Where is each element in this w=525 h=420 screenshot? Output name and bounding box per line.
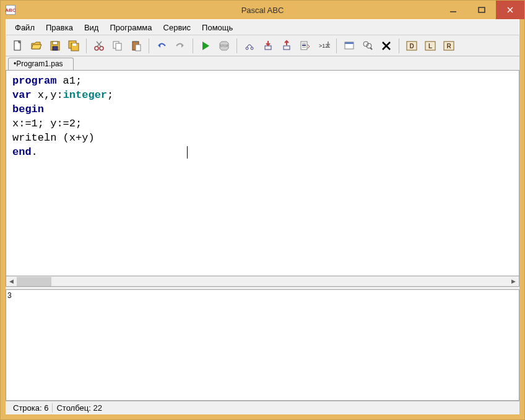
close-button[interactable]	[496, 1, 524, 19]
save-button[interactable]	[46, 37, 64, 55]
titlebar: ABC Pascal ABC	[1, 1, 524, 19]
run-button[interactable]	[197, 37, 214, 55]
toolbar-separator	[193, 38, 193, 53]
open-folder-icon	[30, 40, 43, 52]
menu-service[interactable]: Сервис	[158, 21, 196, 34]
breakpoint-button[interactable]	[297, 37, 314, 55]
open-file-button[interactable]	[28, 37, 45, 55]
paste-button[interactable]	[128, 37, 145, 55]
tool-d-icon: D	[406, 40, 418, 52]
minimize-button[interactable]	[439, 1, 467, 19]
window-button[interactable]	[341, 37, 358, 55]
menu-edit[interactable]: Правка	[41, 21, 78, 34]
undo-icon	[155, 40, 168, 52]
step-into-icon	[262, 40, 274, 52]
svg-rect-10	[72, 43, 76, 46]
close-x-icon	[380, 40, 393, 52]
window-icon	[343, 40, 355, 52]
step-into-button[interactable]	[259, 37, 277, 55]
toolbar-separator	[399, 38, 399, 53]
scroll-right-button[interactable]: ▶	[508, 277, 519, 286]
tool-r-button[interactable]: R	[440, 37, 458, 55]
svg-rect-6	[53, 42, 58, 45]
run-icon	[199, 40, 212, 52]
status-column: Столбец: 22	[53, 403, 105, 413]
file-tab[interactable]: •Program1.pas	[8, 58, 74, 70]
menu-help[interactable]: Помощь	[197, 21, 238, 34]
paste-icon	[130, 40, 142, 52]
svg-text:D: D	[409, 43, 414, 50]
menu-file[interactable]: Файл	[10, 21, 40, 34]
horizontal-scrollbar[interactable]: ◀ ▶	[6, 276, 519, 287]
new-file-icon	[12, 40, 24, 52]
step-out-button[interactable]	[278, 37, 295, 55]
toolbar-separator	[236, 38, 237, 53]
menubar: Файл Правка Вид Программа Сервис Помощь	[6, 19, 519, 35]
tool-d-button[interactable]: D	[403, 37, 420, 55]
step-over-icon	[243, 40, 256, 52]
find-icon	[362, 40, 374, 52]
cut-button[interactable]	[90, 37, 108, 55]
text-caret	[187, 146, 188, 159]
menu-view[interactable]: Вид	[79, 21, 104, 34]
scroll-thumb[interactable]	[17, 277, 51, 286]
svg-rect-19	[136, 45, 141, 51]
save-icon	[49, 40, 61, 52]
svg-point-11	[95, 46, 98, 50]
svg-rect-25	[284, 46, 290, 50]
svg-line-13	[97, 42, 102, 46]
svg-line-14	[97, 42, 101, 46]
status-line: Строка: 6	[9, 403, 53, 413]
svg-rect-7	[53, 46, 58, 50]
code-editor[interactable]: program a1; var x,y:integer; begin x:=1;…	[6, 70, 519, 276]
window-controls	[439, 1, 524, 19]
client-area: Файл Правка Вид Программа Сервис Помощь …	[1, 19, 524, 419]
copy-button[interactable]	[109, 37, 126, 55]
app-window: ABC Pascal ABC Файл Правка Вид Программа…	[0, 0, 525, 420]
find-button[interactable]	[359, 37, 376, 55]
save-all-icon	[67, 40, 80, 52]
watch-icon: >123	[318, 40, 330, 52]
svg-rect-1	[479, 7, 485, 12]
toolbar-separator	[336, 38, 337, 53]
step-over-button[interactable]	[241, 37, 258, 55]
undo-button[interactable]	[153, 37, 170, 55]
tool-l-button[interactable]: L	[422, 37, 439, 55]
svg-text:R: R	[446, 43, 451, 50]
output-panel[interactable]: 3	[6, 289, 519, 401]
redo-icon	[174, 40, 186, 52]
toolbar: STOP >123 D L R	[6, 35, 519, 56]
svg-rect-18	[134, 41, 137, 43]
tabbar: •Program1.pas	[6, 56, 519, 70]
maximize-button[interactable]	[467, 1, 496, 19]
tool-l-icon: L	[424, 40, 436, 52]
svg-point-22	[251, 47, 253, 50]
cut-icon	[93, 40, 105, 52]
toolbar-separator	[149, 38, 149, 53]
scroll-left-button[interactable]: ◀	[6, 277, 17, 286]
step-out-icon	[280, 40, 293, 52]
svg-text:L: L	[428, 43, 432, 50]
svg-point-12	[100, 46, 103, 50]
save-all-button[interactable]	[65, 37, 82, 55]
svg-rect-16	[116, 43, 121, 50]
watch-button[interactable]: >123	[315, 37, 332, 55]
tool-r-icon: R	[443, 40, 455, 52]
svg-point-21	[246, 47, 248, 50]
redo-button[interactable]	[171, 37, 189, 55]
app-icon: ABC	[6, 5, 15, 15]
stop-button[interactable]: STOP	[215, 37, 233, 55]
menu-program[interactable]: Программа	[105, 21, 157, 34]
svg-rect-34	[345, 42, 354, 44]
copy-icon	[111, 40, 124, 52]
svg-text:STOP: STOP	[220, 44, 228, 48]
close-tab-button[interactable]	[378, 37, 395, 55]
breakpoint-icon	[299, 40, 311, 52]
svg-rect-23	[265, 46, 271, 50]
editor-area: program a1; var x,y:integer; begin x:=1;…	[6, 70, 519, 401]
svg-line-37	[370, 48, 372, 50]
toolbar-separator	[86, 38, 87, 53]
scroll-track[interactable]	[17, 277, 508, 286]
statusbar: Строка: 6 Столбец: 22	[6, 401, 519, 414]
new-file-button[interactable]	[9, 37, 27, 55]
